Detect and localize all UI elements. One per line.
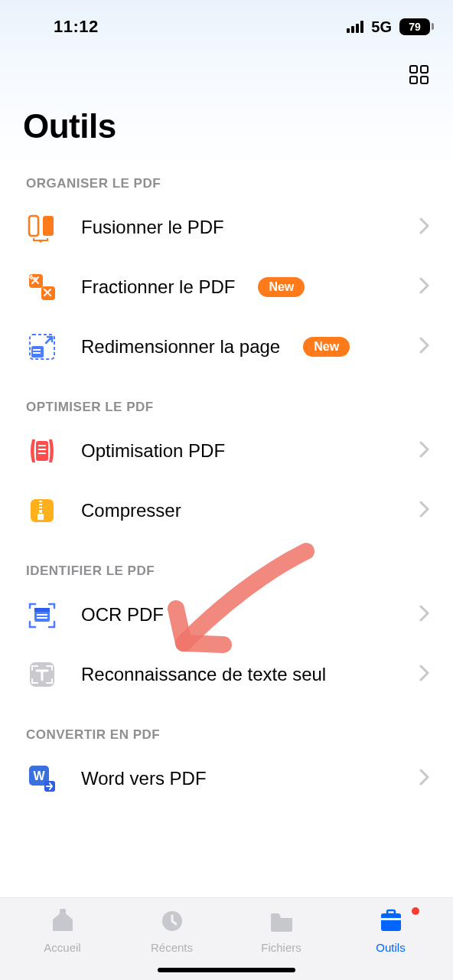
- new-badge: New: [303, 337, 350, 357]
- tool-label: Word vers PDF: [81, 768, 207, 789]
- tab-label: Fichiers: [261, 941, 301, 954]
- tool-label: Reconnaissance de texte seul: [81, 664, 326, 685]
- tool-list[interactable]: ORGANISER LE PDF Fusionner le PDF: [0, 153, 453, 897]
- svg-rect-34: [380, 918, 402, 920]
- svg-rect-2: [410, 77, 417, 83]
- chevron-right-icon: [419, 769, 430, 789]
- notification-dot-icon: [412, 907, 419, 915]
- tab-recents[interactable]: Récents: [117, 909, 226, 954]
- folder-icon: [269, 909, 295, 936]
- tab-tools[interactable]: Outils: [336, 909, 445, 954]
- svg-rect-9: [31, 346, 44, 358]
- svg-rect-3: [421, 77, 428, 83]
- tool-row-compress[interactable]: Compresser: [0, 481, 453, 541]
- tool-row-ocr[interactable]: OCR PDF: [0, 585, 453, 645]
- tool-label: Fractionner le PDF: [81, 276, 235, 298]
- chevron-right-icon: [419, 665, 430, 684]
- chevron-right-icon: [419, 501, 430, 521]
- tool-label: Compresser: [81, 500, 181, 521]
- svg-rect-0: [410, 66, 417, 73]
- chevron-right-icon: [419, 277, 430, 297]
- toolbox-icon: [378, 909, 404, 936]
- svg-rect-25: [37, 617, 47, 619]
- tab-files[interactable]: Fichiers: [226, 909, 336, 954]
- header-row: [0, 46, 453, 89]
- svg-rect-30: [60, 909, 66, 915]
- network-type: 5G: [371, 18, 392, 36]
- cellular-signal-icon: [347, 21, 363, 33]
- chevron-right-icon: [419, 441, 430, 461]
- tool-label: OCR PDF: [81, 604, 164, 626]
- svg-rect-1: [421, 66, 428, 73]
- tab-label: Outils: [376, 941, 405, 954]
- tab-home[interactable]: Accueil: [8, 909, 117, 954]
- svg-rect-12: [36, 441, 48, 461]
- merge-pdf-icon: [26, 211, 58, 243]
- svg-rect-18: [37, 502, 44, 504]
- tool-label: Fusionner le PDF: [81, 217, 224, 238]
- section-identify-title: IDENTIFIER LE PDF: [0, 541, 453, 585]
- chevron-right-icon: [419, 337, 430, 357]
- tab-label: Récents: [151, 941, 193, 954]
- tool-row-optimize[interactable]: Optimisation PDF: [0, 421, 453, 481]
- chevron-right-icon: [419, 217, 430, 237]
- section-convert-title: CONVERTIR EN PDF: [0, 704, 453, 749]
- home-indicator[interactable]: [158, 968, 295, 972]
- tool-label: Redimensionner la page: [81, 336, 280, 358]
- word-to-pdf-icon: W: [26, 763, 58, 795]
- chevron-right-icon: [419, 605, 430, 625]
- svg-rect-13: [38, 445, 46, 446]
- svg-rect-14: [38, 449, 46, 450]
- tool-row-word-to-pdf[interactable]: W Word vers PDF: [0, 749, 453, 808]
- grid-view-icon[interactable]: [409, 64, 430, 89]
- status-bar: 11:12 5G 79: [0, 0, 453, 46]
- svg-rect-24: [37, 614, 47, 616]
- section-optimize-title: OPTIMISER LE PDF: [0, 377, 453, 421]
- clock-icon: [159, 909, 185, 936]
- svg-rect-15: [38, 452, 46, 454]
- battery-icon: 79: [399, 18, 430, 35]
- compress-icon: [26, 495, 58, 527]
- tool-row-text-recognition[interactable]: Reconnaissance de texte seul: [0, 645, 453, 704]
- battery-level: 79: [399, 18, 430, 35]
- svg-rect-11: [33, 352, 41, 354]
- svg-rect-4: [29, 216, 38, 236]
- status-right: 5G 79: [347, 18, 430, 36]
- optimize-pdf-icon: [26, 435, 58, 467]
- svg-rect-10: [33, 349, 41, 351]
- status-time: 11:12: [23, 17, 99, 37]
- page-title: Outils: [0, 89, 453, 153]
- ocr-pdf-icon: [26, 599, 58, 631]
- split-pdf-icon: [26, 271, 58, 303]
- svg-rect-20: [37, 508, 44, 510]
- home-icon: [50, 909, 76, 936]
- section-organize-title: ORGANISER LE PDF: [0, 153, 453, 198]
- svg-rect-35: [387, 910, 395, 914]
- text-recognition-icon: [26, 658, 58, 691]
- tool-row-resize[interactable]: Redimensionner la page New: [0, 317, 453, 377]
- svg-rect-19: [37, 505, 44, 507]
- svg-text:W: W: [33, 769, 45, 782]
- tool-row-merge[interactable]: Fusionner le PDF: [0, 198, 453, 257]
- svg-rect-23: [34, 608, 50, 612]
- svg-rect-21: [37, 514, 44, 520]
- resize-page-icon: [26, 331, 58, 363]
- tab-label: Accueil: [44, 941, 80, 954]
- svg-rect-5: [43, 216, 54, 236]
- tool-label: Optimisation PDF: [81, 440, 225, 462]
- new-badge: New: [258, 277, 305, 297]
- tool-row-split[interactable]: Fractionner le PDF New: [0, 257, 453, 317]
